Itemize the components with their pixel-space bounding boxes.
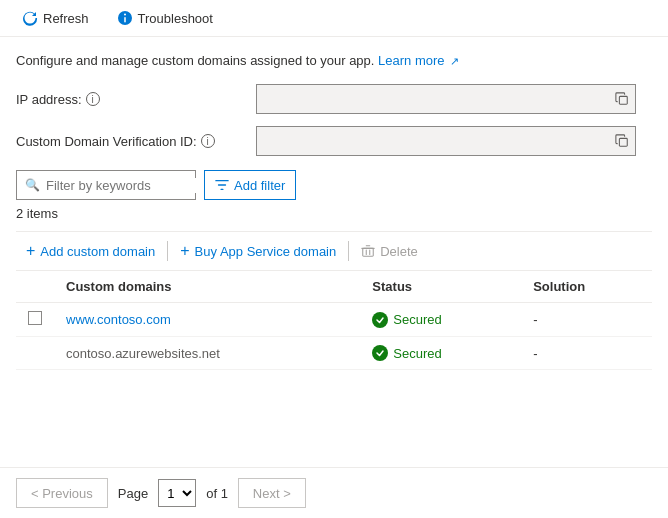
domains-table: Custom domains Status Solution www.conto… <box>16 271 652 370</box>
secured-icon <box>372 312 388 328</box>
external-link-icon: ↗ <box>450 55 459 67</box>
delete-icon <box>361 244 375 258</box>
refresh-button[interactable]: Refresh <box>16 6 95 30</box>
domain-link[interactable]: www.contoso.com <box>66 312 171 327</box>
domain-cell: www.contoso.com <box>54 303 360 337</box>
page-select[interactable]: 1 <box>158 479 196 507</box>
action-separator-1 <box>167 241 168 261</box>
table-row: contoso.azurewebsites.net Secured - <box>16 337 652 370</box>
custom-domain-id-label: Custom Domain Verification ID: i <box>16 134 256 149</box>
table-header-custom-domains: Custom domains <box>54 271 360 303</box>
status-label: Secured <box>393 312 441 327</box>
solution-cell: - <box>521 337 652 370</box>
ip-address-row: IP address: i <box>16 84 652 114</box>
search-input[interactable] <box>46 178 214 193</box>
add-filter-button[interactable]: Add filter <box>204 170 296 200</box>
custom-domain-id-info-icon[interactable]: i <box>201 134 215 148</box>
of-label-text: of 1 <box>206 486 228 501</box>
domain-cell: contoso.azurewebsites.net <box>54 337 360 370</box>
troubleshoot-label: Troubleshoot <box>138 11 213 26</box>
refresh-label: Refresh <box>43 11 89 26</box>
svg-rect-0 <box>619 96 627 104</box>
status-secured: Secured <box>372 312 509 328</box>
filter-row: 🔍 Add filter <box>16 170 652 200</box>
next-button[interactable]: Next > <box>238 478 306 508</box>
plus-icon-1: + <box>26 242 35 260</box>
plus-icon-2: + <box>180 242 189 260</box>
previous-button[interactable]: < Previous <box>16 478 108 508</box>
secured-icon <box>372 345 388 361</box>
search-icon: 🔍 <box>25 178 40 192</box>
row-checkbox[interactable] <box>28 311 42 325</box>
item-count: 2 items <box>16 206 652 221</box>
ip-address-input[interactable] <box>257 92 609 107</box>
ip-address-label: IP address: i <box>16 92 256 107</box>
learn-more-link[interactable]: Learn more ↗ <box>378 53 459 68</box>
domain-text: contoso.azurewebsites.net <box>66 346 220 361</box>
filter-icon <box>215 178 229 192</box>
table-header-checkbox-cell <box>16 271 54 303</box>
action-separator-2 <box>348 241 349 261</box>
row-checkbox-cell <box>16 337 54 370</box>
custom-domain-id-row: Custom Domain Verification ID: i <box>16 126 652 156</box>
status-cell: Secured <box>360 337 521 370</box>
custom-domain-id-input[interactable] <box>257 134 609 149</box>
toolbar: Refresh Troubleshoot <box>0 0 668 37</box>
status-label: Secured <box>393 346 441 361</box>
svg-rect-2 <box>363 248 374 256</box>
table-row: www.contoso.com Secured - <box>16 303 652 337</box>
ip-address-info-icon[interactable]: i <box>86 92 100 106</box>
copy-icon <box>615 92 629 106</box>
page-label-text: Page <box>118 486 148 501</box>
description-text: Configure and manage custom domains assi… <box>16 53 652 68</box>
status-cell: Secured <box>360 303 521 337</box>
troubleshoot-button[interactable]: Troubleshoot <box>111 6 219 30</box>
ip-address-field-wrap <box>256 84 636 114</box>
custom-domain-id-field-wrap <box>256 126 636 156</box>
buy-app-service-button[interactable]: + Buy App Service domain <box>170 238 346 264</box>
refresh-icon <box>22 10 38 26</box>
svg-rect-1 <box>619 138 627 146</box>
content-area: Configure and manage custom domains assi… <box>0 37 668 370</box>
action-bar: + Add custom domain + Buy App Service do… <box>16 231 652 271</box>
troubleshoot-icon <box>117 10 133 26</box>
status-secured: Secured <box>372 345 509 361</box>
solution-cell: - <box>521 303 652 337</box>
delete-button[interactable]: Delete <box>351 240 428 263</box>
pagination-footer: < Previous Page 1 of 1 Next > <box>0 467 668 518</box>
table-header-status: Status <box>360 271 521 303</box>
row-checkbox-cell <box>16 303 54 337</box>
table-header-solution: Solution <box>521 271 652 303</box>
search-box: 🔍 <box>16 170 196 200</box>
copy-icon-2 <box>615 134 629 148</box>
ip-address-copy-button[interactable] <box>609 85 635 113</box>
custom-domain-id-copy-button[interactable] <box>609 127 635 155</box>
add-custom-domain-button[interactable]: + Add custom domain <box>16 238 165 264</box>
